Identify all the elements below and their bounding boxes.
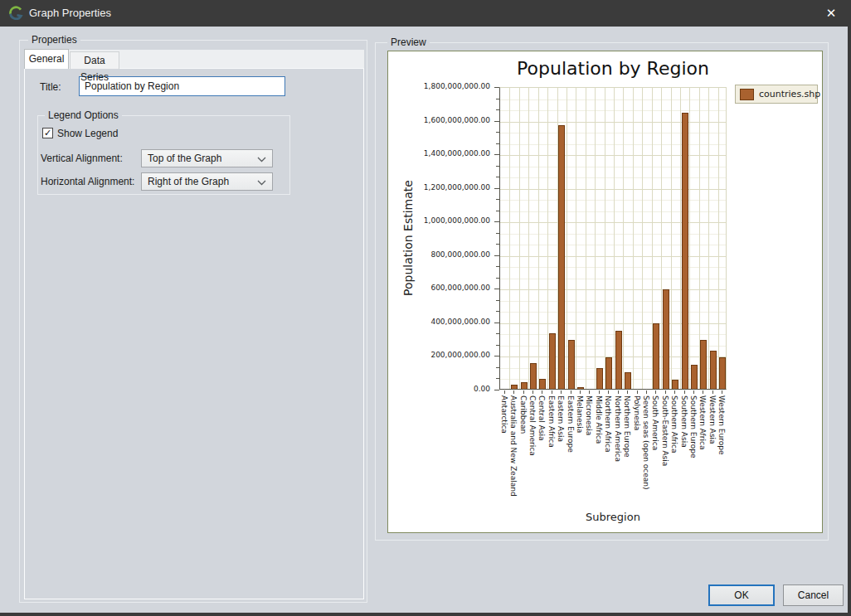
x-tick — [504, 390, 505, 394]
chart-panel: Population by Region countries.shp Popul… — [387, 51, 823, 533]
x-tick — [561, 390, 562, 394]
x-tick-label: Western Africa — [698, 395, 707, 449]
show-legend-label: Show Legend — [57, 128, 118, 139]
bar — [653, 323, 659, 389]
x-tick-label: South-Eastern Asia — [660, 395, 669, 466]
x-tick — [580, 390, 581, 394]
y-major-tick — [494, 87, 499, 88]
y-tick-label: 200,000,000.00 — [430, 351, 490, 359]
vertical-alignment-label: Vertical Alignment: — [41, 153, 123, 164]
x-tick — [655, 390, 656, 394]
title-field-label: Title: — [40, 81, 61, 93]
ok-button[interactable]: OK — [708, 584, 775, 606]
x-tick-label: Antarctica — [499, 395, 508, 434]
y-major-tick — [494, 121, 499, 122]
x-tick-label: Caribbean — [518, 395, 528, 434]
h-minor-gridline — [500, 177, 726, 178]
y-minor-tick — [496, 367, 499, 368]
y-major-tick — [494, 154, 499, 155]
x-tick — [712, 390, 713, 394]
x-tick — [665, 390, 666, 394]
y-tick-label: 1,600,000,000.00 — [424, 116, 490, 124]
preview-group: Preview Population by Region countries.s… — [375, 42, 829, 541]
h-minor-gridline — [500, 312, 726, 313]
y-major-tick — [494, 289, 499, 289]
v-gridline — [642, 88, 643, 389]
window-title: Graph Properties — [29, 7, 111, 19]
tab-data-series[interactable]: Data Series — [70, 51, 119, 69]
bar — [521, 382, 528, 389]
y-major-tick — [494, 390, 499, 390]
y-minor-tick — [496, 266, 499, 267]
h-minor-gridline — [500, 110, 726, 111]
h-minor-gridline — [500, 245, 726, 245]
x-tick-label: Micronesia — [584, 395, 593, 435]
y-minor-tick — [496, 244, 499, 245]
y-axis-title: Population Estimate — [401, 155, 415, 321]
chart-title: Population by Region — [471, 58, 755, 79]
y-major-tick — [494, 188, 499, 189]
bar — [691, 365, 698, 389]
plot-area — [499, 87, 727, 390]
cancel-button[interactable]: Cancel — [783, 584, 844, 606]
horizontal-alignment-value: Right of the Graph — [148, 176, 229, 187]
y-minor-tick — [496, 143, 499, 144]
y-tick-label: 1,800,000,000.00 — [424, 82, 490, 90]
y-tick-label: 400,000,000.00 — [430, 318, 490, 326]
app-logo-icon — [8, 6, 23, 21]
y-major-tick — [494, 221, 499, 222]
y-major-tick — [494, 323, 499, 323]
y-minor-tick — [496, 300, 499, 301]
h-minor-gridline — [500, 267, 726, 268]
v-gridline — [718, 88, 719, 389]
bar — [663, 289, 669, 389]
legend-options-label: Legend Options — [45, 109, 122, 121]
y-minor-tick — [496, 211, 499, 211]
h-minor-gridline — [500, 200, 726, 201]
title-input[interactable] — [79, 76, 285, 96]
x-tick-label: Eastern Asia — [556, 395, 565, 442]
y-tick-label: 600,000,000.00 — [430, 284, 490, 292]
x-tick — [693, 390, 694, 394]
y-tick-label: 1,000,000,000.00 — [424, 216, 490, 225]
x-tick — [627, 390, 628, 394]
close-icon[interactable]: ✕ — [815, 0, 848, 27]
x-tick — [637, 390, 638, 394]
x-tick-label: Northern Europe — [622, 395, 631, 457]
x-tick-label: Central America — [528, 395, 537, 456]
y-minor-tick — [496, 378, 499, 379]
x-tick-label: Western Asia — [708, 395, 717, 444]
bar — [682, 113, 688, 389]
x-tick-label: Western Europe — [717, 395, 726, 454]
x-tick — [599, 390, 600, 394]
x-tick — [703, 390, 703, 394]
horizontal-alignment-select[interactable]: Right of the Graph — [141, 172, 273, 191]
x-tick-label: Northern Africa — [603, 395, 612, 452]
bar — [700, 340, 707, 389]
bar — [605, 357, 612, 389]
vertical-alignment-select[interactable]: Top of the Graph — [141, 149, 273, 167]
y-minor-tick — [496, 166, 499, 167]
show-legend-checkbox[interactable]: ✓ — [42, 128, 53, 138]
x-tick — [542, 390, 542, 394]
y-minor-tick — [496, 278, 499, 279]
x-tick-label: South America — [650, 395, 659, 450]
bar — [511, 385, 518, 389]
h-gridline — [500, 155, 726, 156]
x-tick-label: Seven seas (open ocean) — [641, 395, 650, 490]
bar — [568, 340, 575, 389]
h-gridline — [500, 222, 726, 223]
x-tick — [618, 390, 619, 394]
h-minor-gridline — [500, 144, 726, 145]
x-tick — [589, 390, 590, 394]
title-bar: Graph Properties ✕ — [0, 0, 851, 27]
y-minor-tick — [496, 311, 499, 312]
x-tick-label: Australia and New Zealand — [508, 395, 518, 497]
v-gridline — [633, 88, 634, 389]
tab-general[interactable]: General — [24, 49, 69, 69]
x-tick-label: Southern Africa — [669, 395, 678, 453]
h-gridline — [500, 323, 726, 324]
bar — [625, 372, 631, 389]
properties-group: Properties General Data Series Title: Le… — [19, 40, 367, 603]
v-gridline — [528, 88, 529, 389]
